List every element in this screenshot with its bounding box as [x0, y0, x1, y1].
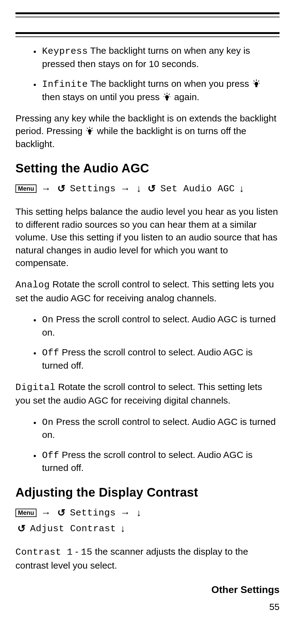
svg-rect-9	[167, 93, 167, 94]
arrow-right-icon: →	[118, 505, 132, 521]
option-on-label: On	[42, 417, 53, 428]
rotate-icon: ↻	[146, 181, 158, 197]
svg-rect-20	[86, 130, 87, 131]
bulb-icon	[86, 126, 93, 134]
mode-infinite-body-2: then stays on until you press	[42, 92, 160, 102]
contrast-dash: -	[73, 546, 81, 557]
menu-button-icon: Menu	[15, 509, 36, 517]
nav-step-set-audio-agc: Set Audio AGC	[160, 184, 235, 194]
arrow-down-icon: ↓	[118, 521, 127, 536]
svg-point-0	[254, 82, 258, 86]
heading-audio-agc: Setting the Audio AGC	[15, 161, 280, 175]
list-item: Infinite The backlight turns on when you…	[40, 78, 280, 103]
nav-step-settings: Settings	[70, 508, 116, 518]
sub-rule-thick	[15, 32, 280, 34]
option-off-label: Off	[42, 348, 59, 358]
bulb-icon	[164, 92, 170, 101]
arrow-right-icon: →	[39, 181, 53, 197]
svg-rect-8	[166, 99, 168, 100]
list-item: Keypress The backlight turns on when any…	[40, 44, 280, 70]
nav-step-settings: Settings	[70, 184, 116, 194]
nav-path-audio-agc: Menu → ↻ Settings → ↓ ↻ Set Audio AGC ↓	[15, 181, 246, 197]
svg-rect-12	[169, 96, 170, 97]
backlight-note: Pressing any key while the backlight is …	[15, 112, 280, 150]
svg-rect-2	[256, 79, 257, 81]
svg-rect-16	[89, 127, 90, 128]
analog-label: Analog	[15, 280, 50, 290]
list-item: On Press the scroll control to select. A…	[40, 313, 280, 339]
option-on-body: Press the scroll control to select. Audi…	[42, 417, 276, 440]
backlight-mode-list: Keypress The backlight turns on when any…	[15, 44, 280, 103]
arrow-down-icon: ↓	[237, 181, 246, 197]
menu-button-icon: Menu	[15, 184, 36, 193]
option-off-body: Press the scroll control to select. Audi…	[42, 347, 253, 371]
arrow-down-icon: ↓	[135, 505, 143, 521]
svg-rect-19	[92, 130, 93, 131]
svg-rect-17	[91, 128, 93, 129]
mode-infinite-body-1: The backlight turns on when you press	[90, 78, 249, 89]
svg-rect-6	[253, 83, 254, 84]
page-number: 55	[15, 602, 280, 612]
list-item: Off Press the scroll control to select. …	[40, 449, 280, 474]
contrast-range-end: 15	[81, 547, 92, 557]
option-on-body: Press the scroll control to select. Audi…	[42, 314, 276, 337]
arrow-right-icon: →	[118, 181, 132, 197]
svg-point-7	[165, 95, 169, 99]
analog-para: Analog Rotate the scroll control to sele…	[15, 278, 280, 304]
agc-intro: This setting helps balance the audio lev…	[15, 205, 280, 269]
contrast-range-start: Contrast 1	[15, 547, 73, 557]
svg-rect-13	[164, 96, 164, 97]
option-off-body: Press the scroll control to select. Audi…	[42, 450, 253, 473]
svg-rect-18	[87, 128, 88, 129]
manual-page: Keypress The backlight turns on when any…	[0, 0, 295, 628]
arrow-down-icon: ↓	[135, 181, 143, 197]
svg-rect-1	[255, 86, 257, 87]
rotate-icon: ↻	[55, 505, 67, 521]
nav-step-adjust-contrast: Adjust Contrast	[30, 523, 116, 534]
arrow-right-icon: →	[39, 505, 53, 521]
heading-display-contrast: Adjusting the Display Contrast	[15, 485, 280, 499]
mode-infinite-body-3: again.	[174, 92, 199, 102]
list-item: Off Press the scroll control to select. …	[40, 346, 280, 372]
bulb-icon	[253, 79, 260, 87]
svg-rect-5	[259, 83, 259, 84]
nav-path-contrast: Menu → ↻ Settings → ↓ ↻ Adjust Contrast …	[15, 505, 280, 536]
digital-para: Digital Rotate the scroll control to sel…	[15, 380, 280, 407]
svg-rect-11	[164, 93, 165, 95]
svg-rect-4	[253, 80, 255, 82]
digital-options-list: On Press the scroll control to select. A…	[15, 416, 280, 474]
rotate-icon: ↻	[55, 181, 67, 197]
mode-infinite-label: Infinite	[42, 79, 88, 90]
analog-options-list: On Press the scroll control to select. A…	[15, 313, 280, 372]
top-rule-thick	[15, 12, 280, 14]
option-off-label: Off	[42, 450, 59, 461]
rotate-icon: ↻	[15, 521, 28, 536]
contrast-para: Contrast 1 - 15 the scanner adjusts the …	[15, 545, 280, 572]
svg-rect-10	[169, 93, 170, 95]
svg-point-14	[88, 129, 92, 133]
option-on-label: On	[42, 315, 53, 325]
svg-rect-3	[258, 80, 259, 82]
digital-label: Digital	[15, 382, 56, 393]
sub-rule-thin	[15, 36, 280, 37]
mode-keypress-label: Keypress	[42, 46, 88, 57]
top-rule-thin	[15, 17, 280, 17]
footer-section-heading: Other Settings	[15, 584, 280, 595]
svg-rect-15	[89, 133, 91, 134]
list-item: On Press the scroll control to select. A…	[40, 416, 280, 441]
analog-body: Rotate the scroll control to select. Thi…	[15, 279, 274, 303]
